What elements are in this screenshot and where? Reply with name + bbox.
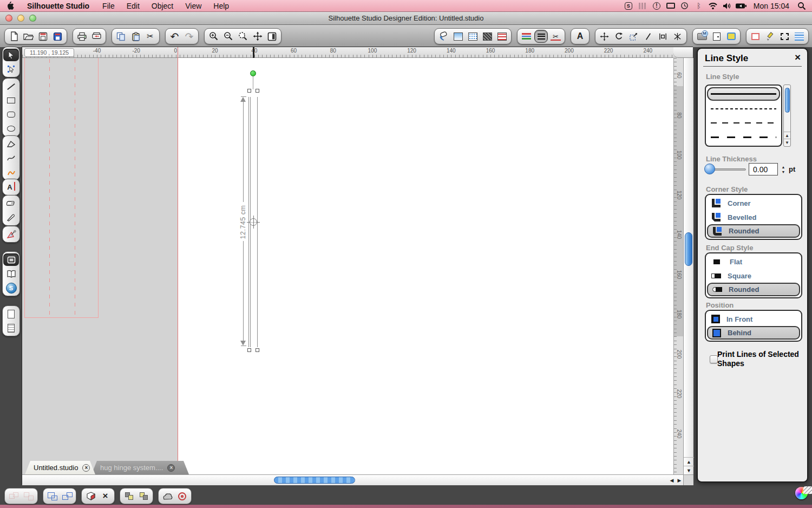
line-style-button[interactable] <box>534 30 548 43</box>
apple-menu[interactable] <box>0 0 20 11</box>
save-button[interactable] <box>36 30 50 43</box>
weld-button[interactable] <box>161 490 174 503</box>
line-tool[interactable] <box>3 80 19 93</box>
battery-icon[interactable] <box>735 0 747 11</box>
send-to-silhouette-button[interactable] <box>90 30 103 43</box>
fill-pattern-button[interactable] <box>466 30 480 43</box>
page-grid-view[interactable] <box>3 322 19 334</box>
crop-marks-button[interactable] <box>778 30 791 43</box>
delete-3d-button[interactable] <box>84 490 97 503</box>
open-button[interactable] <box>22 30 35 43</box>
curve-tool[interactable] <box>3 152 19 164</box>
bluetooth-icon[interactable]: ᛒ <box>693 0 705 11</box>
ellipse-tool[interactable] <box>3 122 19 135</box>
shield-s-icon[interactable]: S <box>623 0 634 11</box>
thickness-stepper[interactable]: ▲ ▼ <box>780 163 787 175</box>
selection-handle-bottom-left[interactable] <box>247 348 251 352</box>
bring-forward-button[interactable] <box>122 490 136 503</box>
zoom-out-button[interactable] <box>221 30 235 43</box>
tab-close-icon[interactable]: × <box>167 464 175 472</box>
redo-button[interactable]: ↷ <box>182 30 196 43</box>
edit-points-tool[interactable] <box>3 63 19 75</box>
copy-button[interactable] <box>114 30 128 43</box>
scroll-right-arrow[interactable]: ▶ <box>676 475 683 485</box>
group-button[interactable] <box>7 490 21 503</box>
thickness-input[interactable] <box>749 163 778 175</box>
trace-button[interactable] <box>724 30 738 43</box>
align-button[interactable] <box>656 30 670 43</box>
library-button[interactable]: M <box>695 30 709 43</box>
menu-object[interactable]: Object <box>146 0 179 11</box>
menu-file[interactable]: File <box>96 0 121 11</box>
minimize-window-button[interactable] <box>17 15 24 22</box>
thickness-slider-thumb[interactable] <box>704 164 715 174</box>
fill-color-button[interactable] <box>437 30 450 43</box>
save-to-library-button[interactable] <box>51 30 64 43</box>
selection-handle-top-left[interactable] <box>247 89 251 93</box>
columns-icon[interactable] <box>637 0 649 11</box>
line-style-option-solid[interactable] <box>707 87 780 101</box>
polygon-tool[interactable] <box>3 138 19 150</box>
registration-marks-button[interactable] <box>749 30 762 43</box>
line-style-option-dash-small[interactable] <box>707 102 780 116</box>
stepper-down-icon[interactable]: ▼ <box>782 170 785 174</box>
position-option-behind[interactable]: Behind <box>707 326 800 340</box>
menu-help[interactable]: Help <box>207 0 235 11</box>
endcap-option-square[interactable]: Square <box>707 269 800 283</box>
move-button[interactable] <box>598 30 611 43</box>
text-tool[interactable]: A <box>3 181 19 193</box>
rotate-button[interactable] <box>612 30 626 43</box>
line-style-scroll-thumb[interactable] <box>785 88 790 113</box>
rectangle-tool[interactable] <box>3 94 19 107</box>
line-color-button[interactable] <box>520 30 533 43</box>
canvas-viewport[interactable]: 12.745 cm <box>22 58 673 474</box>
shear-button[interactable] <box>641 30 655 43</box>
spotlight-icon[interactable] <box>796 0 808 11</box>
duplicate-button[interactable] <box>45 490 59 503</box>
fit-to-page-button[interactable] <box>265 30 279 43</box>
print-button[interactable] <box>75 30 89 43</box>
delete-button[interactable]: × <box>99 490 112 503</box>
window-resize-grip[interactable] <box>803 486 812 494</box>
selection-center-crosshair[interactable] <box>247 216 260 229</box>
modify-button[interactable] <box>671 30 684 43</box>
tab-hug-hinge-system[interactable]: hug hinge system.... × <box>91 461 189 474</box>
stepper-up-icon[interactable]: ▲ <box>782 165 785 169</box>
line-style-option-dash-large[interactable] <box>707 130 780 144</box>
freehand-tool[interactable] <box>3 166 19 178</box>
stamp-tool[interactable] <box>3 228 19 240</box>
menu-view[interactable]: View <box>179 0 207 11</box>
line-style-option-dash-medium[interactable] <box>707 116 780 130</box>
vertical-scroll-thumb[interactable] <box>685 232 692 266</box>
new-document-button[interactable] <box>7 30 21 43</box>
selection-handle-top-right[interactable] <box>256 89 259 93</box>
sketch-pens-button[interactable] <box>763 30 777 43</box>
scale-button[interactable] <box>627 30 640 43</box>
cut-style-button[interactable]: ✂ <box>549 30 562 43</box>
paste-button[interactable] <box>129 30 142 43</box>
corner-option-corner[interactable]: Corner <box>707 196 800 210</box>
text-style-button[interactable]: A <box>573 30 587 43</box>
menu-edit[interactable]: Edit <box>121 0 146 11</box>
mirror-button[interactable] <box>60 490 74 503</box>
volume-icon[interactable] <box>721 0 733 11</box>
selection-handle-bottom-right[interactable] <box>256 348 259 352</box>
design-library-tool[interactable] <box>3 268 19 280</box>
line-style-list-scrollbar[interactable]: ▲ ▼ <box>783 84 791 147</box>
time-machine-icon[interactable] <box>679 0 691 11</box>
page-blank-view[interactable] <box>3 308 19 320</box>
send-backward-button[interactable] <box>137 490 150 503</box>
silhouette-connect-tool[interactable]: S <box>3 282 19 294</box>
eraser-tool[interactable] <box>3 197 19 210</box>
position-option-in-front[interactable]: In Front <box>707 312 800 326</box>
corner-option-rounded[interactable]: Rounded <box>707 224 800 238</box>
corner-option-bevelled[interactable]: Bevelled <box>707 210 800 224</box>
undo-button[interactable]: ↶ <box>168 30 181 43</box>
rounded-rectangle-tool[interactable] <box>3 108 19 121</box>
fill-gradient-button[interactable] <box>451 30 465 43</box>
panel-close-icon[interactable]: × <box>795 52 801 62</box>
menu-clock[interactable]: Mon 15:04 <box>749 2 794 10</box>
pan-button[interactable] <box>251 30 264 43</box>
vertical-scrollbar[interactable]: ▲ ▼ <box>683 58 693 474</box>
tab-untitled-studio[interactable]: Untitled.studio × <box>25 461 95 474</box>
